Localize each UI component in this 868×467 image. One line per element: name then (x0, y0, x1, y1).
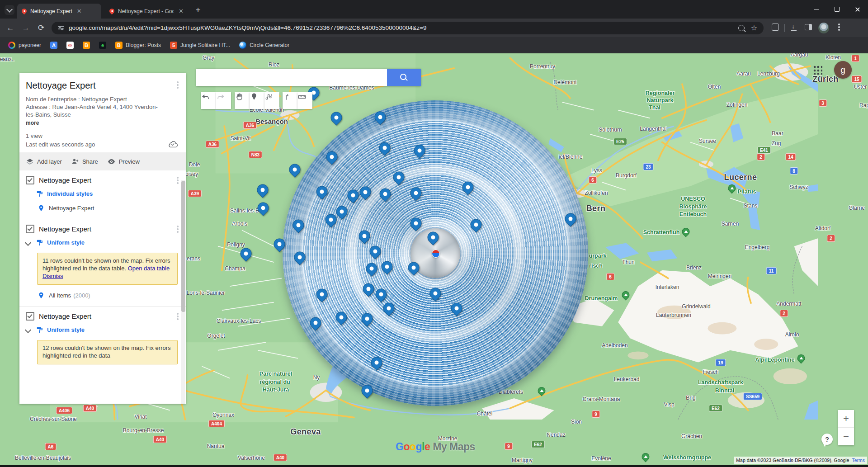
preview-button[interactable]: Preview (107, 157, 140, 166)
undo-button[interactable] (201, 92, 216, 109)
placemark-pin[interactable] (430, 288, 441, 299)
placemark-pin[interactable] (428, 232, 439, 243)
mountain-poi-icon[interactable] (642, 453, 650, 461)
redo-button[interactable] (216, 92, 231, 109)
account-avatar[interactable]: g (834, 61, 852, 79)
bookmark-item[interactable]: B Blogger: Posts (112, 40, 165, 50)
layer-menu-kebab-icon[interactable] (177, 226, 179, 233)
mountain-poi-icon[interactable] (728, 184, 736, 192)
add-layer-button[interactable]: Add layer (26, 157, 62, 165)
add-marker-button[interactable] (250, 92, 264, 109)
tab-close-icon[interactable]: ✕ (77, 8, 82, 14)
help-button[interactable]: ? (821, 434, 833, 445)
bookmark-item[interactable]: B (79, 40, 94, 50)
bookmark-item[interactable]: 5 Jungle Solitaire HT... (166, 40, 234, 50)
placemark-pin[interactable] (376, 289, 387, 300)
chevron-down-icon[interactable] (25, 327, 31, 333)
address-bar[interactable]: google.com/maps/d/u/4/edit?mid=1djwxx5HT… (52, 22, 764, 34)
profile-avatar[interactable] (818, 23, 829, 33)
placemark-pin[interactable] (414, 145, 425, 156)
placemark-pin[interactable] (274, 239, 285, 250)
placemark-pin[interactable] (451, 303, 462, 314)
zoom-out-button[interactable]: − (838, 428, 854, 445)
dismiss-link[interactable]: Dismiss (42, 273, 63, 279)
mountain-poi-icon[interactable] (538, 387, 546, 395)
placemark-pin[interactable] (410, 188, 422, 199)
scrollbar-thumb[interactable] (181, 181, 185, 312)
tab-inactive[interactable]: Nettoyage Expert - Google My ✕ (105, 4, 188, 19)
panel-scrollbar[interactable] (181, 180, 185, 404)
placemark-pin[interactable] (336, 206, 348, 217)
extensions-icon[interactable] (768, 24, 783, 32)
measure-button[interactable] (297, 92, 312, 109)
placemark-pin[interactable] (371, 357, 382, 368)
open-data-table-link[interactable]: Open data table (128, 265, 170, 272)
placemark-pin[interactable] (336, 312, 347, 323)
reload-button[interactable]: ⟳ (33, 23, 49, 33)
placemark-pin[interactable] (410, 218, 422, 229)
mountain-poi-icon[interactable] (797, 354, 805, 362)
layer-name[interactable]: Nettoyage Expert (39, 312, 91, 320)
placemark-pin[interactable] (393, 172, 405, 183)
map-title[interactable]: Nettoyage Expert (26, 80, 179, 91)
bookmark-item[interactable]: ∞ (63, 40, 77, 50)
placemark-pin[interactable] (565, 213, 576, 225)
tab-active[interactable]: Nettoyage Expert ✕ (17, 4, 101, 19)
layer-item-row[interactable]: All items (2000) (38, 291, 186, 300)
placemark-pin[interactable] (408, 262, 420, 274)
placemark-pin[interactable] (326, 151, 338, 163)
placemark-pin[interactable] (310, 317, 321, 329)
browser-menu-kebab-icon[interactable] (832, 24, 846, 32)
window-maximize-button[interactable] (826, 0, 847, 19)
layer-style-row[interactable]: Individual styles (26, 190, 186, 198)
layer-style-row[interactable]: Uniform style (26, 326, 186, 334)
layer-menu-kebab-icon[interactable] (177, 177, 179, 184)
tab-close-icon[interactable]: ✕ (179, 8, 184, 14)
placemark-pin[interactable] (366, 263, 377, 274)
layer-name[interactable]: Nettoyage Expert (39, 225, 91, 233)
forward-button[interactable]: → (18, 24, 33, 33)
placemark-pin[interactable] (257, 184, 269, 196)
more-link[interactable]: more (26, 120, 179, 126)
placemark-pin[interactable] (293, 220, 304, 231)
placemark-pin[interactable] (379, 142, 391, 154)
placemark-pin[interactable] (471, 219, 482, 231)
layer-checkbox[interactable] (26, 225, 34, 233)
placemark-pin[interactable] (348, 190, 359, 201)
window-close-button[interactable] (847, 0, 868, 19)
placemark-pin[interactable] (362, 313, 373, 325)
zoom-in-button[interactable]: + (838, 410, 854, 428)
url-text[interactable]: google.com/maps/d/u/4/edit?mid=1djwxx5HT… (69, 24, 738, 31)
share-button[interactable]: Share (71, 157, 98, 165)
map-menu-kebab-icon[interactable] (177, 81, 179, 89)
bookmark-item[interactable]: A (47, 40, 61, 50)
placemark-pin[interactable] (382, 261, 393, 273)
bookmark-star-icon[interactable]: ☆ (751, 24, 757, 32)
directions-button[interactable] (283, 92, 297, 109)
placemark-pin[interactable] (380, 189, 391, 200)
bookmark-item[interactable]: Circle Generator (236, 40, 293, 50)
circle-overlay-feature[interactable] (283, 100, 588, 406)
side-panel-icon[interactable] (801, 24, 816, 32)
layer-checkbox[interactable] (26, 312, 34, 321)
placemark-pin[interactable] (258, 203, 269, 214)
downloads-icon[interactable] (787, 24, 801, 32)
placemark-pin[interactable] (294, 252, 306, 263)
mountain-poi-icon[interactable] (682, 228, 690, 236)
google-apps-grid-icon[interactable] (812, 65, 822, 75)
placemark-pin[interactable] (316, 289, 328, 300)
terms-link[interactable]: Terms (852, 458, 865, 463)
mountain-poi-icon[interactable] (622, 291, 630, 299)
placemark-pin[interactable] (360, 187, 371, 198)
layer-item-row[interactable]: Nettoyage Expert (38, 204, 186, 212)
tab-search-button[interactable] (5, 5, 14, 15)
back-button[interactable]: ← (3, 24, 18, 33)
placemark-pin[interactable] (375, 112, 386, 123)
zoom-page-icon[interactable] (738, 25, 745, 31)
window-minimize-button[interactable] (806, 0, 826, 19)
layer-menu-kebab-icon[interactable] (177, 313, 179, 320)
placemark-pin[interactable] (289, 164, 301, 175)
layer-name[interactable]: Nettoyage Expert (39, 176, 91, 184)
search-input[interactable] (196, 69, 387, 86)
placemark-pin[interactable] (363, 283, 374, 295)
